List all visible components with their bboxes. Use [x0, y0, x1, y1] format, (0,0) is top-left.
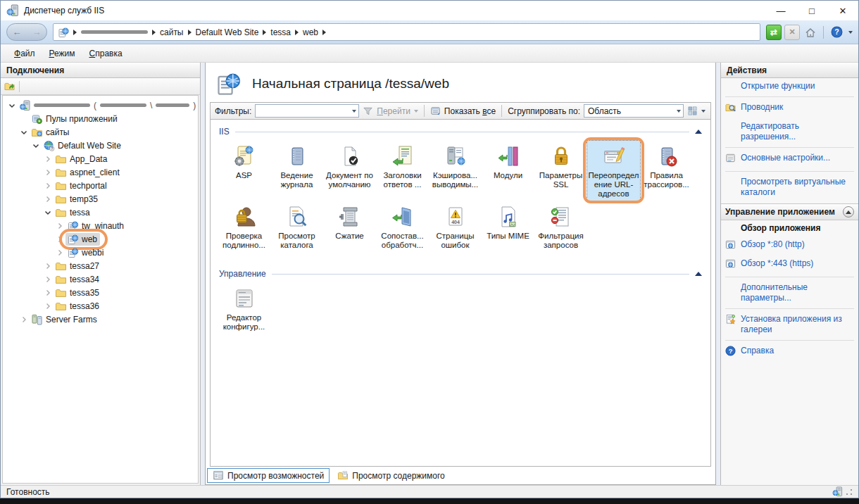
- go-button[interactable]: Перейти: [377, 106, 410, 116]
- view-mode-dropdown-arrow[interactable]: [701, 110, 706, 113]
- menu-режим[interactable]: Режим: [43, 46, 82, 61]
- tab-features-view[interactable]: Просмотр возможностей: [207, 468, 330, 483]
- tree-item-techportal[interactable]: techportal: [3, 179, 198, 192]
- back-button[interactable]: ←: [13, 27, 22, 37]
- chevron-right-icon[interactable]: [43, 301, 53, 311]
- maximize-button[interactable]: □: [796, 1, 827, 20]
- breadcrumb-item[interactable]: сайты: [160, 27, 184, 37]
- chevron-down-icon[interactable]: [43, 208, 53, 218]
- feature-url-rewrite[interactable]: Переопределение URL-адресов: [587, 141, 640, 201]
- chevron-right-icon[interactable]: [55, 248, 65, 258]
- tree-item-tessa[interactable]: tessa: [3, 206, 198, 219]
- tree-item-default-web-site[interactable]: ?Default Web Site: [3, 139, 198, 152]
- feature-ssl-settings[interactable]: Параметры SSL: [534, 141, 587, 201]
- breadcrumb-arrow-icon[interactable]: [73, 30, 77, 35]
- feature-mime-types[interactable]: Типы MIME: [482, 201, 534, 262]
- feature-output-caching[interactable]: Кэширова... выводимы...: [429, 141, 482, 201]
- feature-tracing-rules[interactable]: Правила трассиров...: [640, 141, 693, 201]
- chevron-right-icon[interactable]: [43, 181, 53, 191]
- breadcrumb-arrow-icon[interactable]: [295, 30, 299, 35]
- tree-item-webbi[interactable]: webbi: [3, 246, 198, 259]
- feature-response-headers[interactable]: Заголовки ответов ...: [376, 141, 429, 201]
- connect-icon[interactable]: [4, 81, 15, 92]
- breadcrumb-arrow-icon[interactable]: [263, 30, 266, 35]
- refresh-button[interactable]: ⇄: [766, 25, 782, 40]
- section-application-management[interactable]: Управление приложением: [721, 203, 858, 220]
- breadcrumb-arrow-icon[interactable]: [322, 30, 326, 35]
- chevron-down-icon[interactable]: [7, 101, 17, 111]
- chevron-right-icon[interactable]: [55, 221, 65, 231]
- group-by-select[interactable]: Область: [584, 104, 684, 118]
- tree-item-пулы-приложений[interactable]: Пулы приложений: [3, 112, 198, 125]
- feature-config-editor[interactable]: Редактор конфигур...: [218, 283, 270, 344]
- minimize-button[interactable]: —: [765, 1, 796, 20]
- tree-item-tw_winauth[interactable]: tw_winauth: [3, 219, 198, 232]
- folder-icon: [55, 301, 67, 312]
- action-item[interactable]: Дополнительные параметры...: [721, 279, 858, 306]
- close-button[interactable]: ✕: [827, 1, 858, 20]
- feature-authentication[interactable]: Проверка подлинно...: [218, 201, 270, 262]
- tree-item-tessa34[interactable]: tessa34: [3, 272, 198, 286]
- address-breadcrumb[interactable]: сайтыDefault Web Sitetessaweb: [53, 23, 760, 41]
- home-button[interactable]: [803, 25, 818, 40]
- breadcrumb-arrow-icon[interactable]: [188, 30, 192, 35]
- chevron-right-icon[interactable]: [43, 261, 53, 271]
- collapse-section-icon[interactable]: [843, 206, 854, 218]
- chevron-right-icon[interactable]: [55, 234, 65, 244]
- chevron-right-icon[interactable]: [43, 275, 53, 284]
- tree-item-tessa35[interactable]: tessa35: [3, 286, 198, 299]
- tab-content-view[interactable]: Просмотр содержимого: [332, 468, 449, 483]
- tree-item-aspnet_client[interactable]: aspnet_client: [3, 165, 198, 179]
- action-item[interactable]: Обзор *:443 (https): [721, 256, 858, 275]
- resize-grip[interactable]: [846, 489, 853, 496]
- tree-item-tessa27[interactable]: tessa27: [3, 259, 198, 272]
- breadcrumb-item[interactable]: tessa: [270, 27, 291, 37]
- feature-error-pages[interactable]: 404Страницы ошибок: [429, 201, 482, 262]
- action-item[interactable]: Открытие функции: [721, 78, 858, 94]
- breadcrumb-arrow-icon[interactable]: [152, 30, 156, 35]
- view-mode-icon[interactable]: [687, 106, 698, 116]
- action-item[interactable]: Редактировать разрешения...: [721, 118, 858, 145]
- feature-default-document[interactable]: Документ по умолчанию: [323, 141, 376, 201]
- tree-item-server-farms[interactable]: Server Farms: [3, 313, 198, 326]
- forward-button[interactable]: →: [32, 27, 42, 37]
- chevron-right-icon[interactable]: [19, 315, 29, 325]
- action-item[interactable]: Установка приложения из галереи: [721, 311, 858, 338]
- chevron-right-icon[interactable]: [43, 194, 53, 204]
- go-dropdown-arrow[interactable]: [414, 110, 418, 113]
- help-button[interactable]: ?: [829, 25, 844, 40]
- feature-modules[interactable]: Модули: [482, 141, 534, 201]
- chevron-down-icon[interactable]: [31, 141, 41, 151]
- filter-input[interactable]: [255, 104, 359, 118]
- action-item[interactable]: Проводник: [721, 99, 858, 118]
- breadcrumb-item[interactable]: Default Web Site: [196, 27, 259, 37]
- menu-справка[interactable]: Справка: [83, 46, 129, 61]
- feature-directory-browsing[interactable]: Просмотр каталога: [270, 201, 323, 262]
- feature-compression[interactable]: Сжатие: [323, 201, 376, 262]
- help-dropdown-arrow[interactable]: [848, 31, 853, 34]
- show-all-button[interactable]: Показать все: [444, 106, 496, 116]
- menu-файл[interactable]: Файл: [8, 46, 42, 61]
- stop-button[interactable]: ✕: [784, 25, 800, 40]
- action-item[interactable]: Просмотреть виртуальные каталоги: [721, 174, 858, 201]
- feature-handler-mappings[interactable]: Сопостав... обработч...: [376, 201, 429, 262]
- action-item[interactable]: ?Справка: [721, 343, 858, 362]
- collapse-group-icon[interactable]: [695, 272, 702, 276]
- collapse-group-icon[interactable]: [695, 130, 702, 134]
- tree-item-server[interactable]: (\): [3, 99, 198, 112]
- feature-request-filtering[interactable]: Фильтрация запросов: [534, 201, 587, 262]
- tree-item-tessa36[interactable]: tessa36: [3, 299, 198, 313]
- feature-logging[interactable]: Ведение журнала: [270, 141, 323, 201]
- tree-item-web[interactable]: web: [3, 232, 198, 246]
- chevron-right-icon[interactable]: [43, 288, 53, 298]
- chevron-right-icon[interactable]: [43, 154, 53, 164]
- tree-item-сайты[interactable]: сайты: [3, 125, 198, 139]
- breadcrumb-item[interactable]: web: [303, 27, 318, 37]
- chevron-right-icon[interactable]: [43, 168, 53, 177]
- tree-item-app_data[interactable]: App_Data: [3, 152, 198, 165]
- action-item[interactable]: Основные настройки...: [721, 150, 858, 169]
- tree-item-temp35[interactable]: temp35: [3, 192, 198, 206]
- feature-asp[interactable]: ASP: [218, 141, 270, 201]
- chevron-down-icon[interactable]: [19, 127, 29, 137]
- action-item[interactable]: Обзор *:80 (http): [721, 237, 858, 256]
